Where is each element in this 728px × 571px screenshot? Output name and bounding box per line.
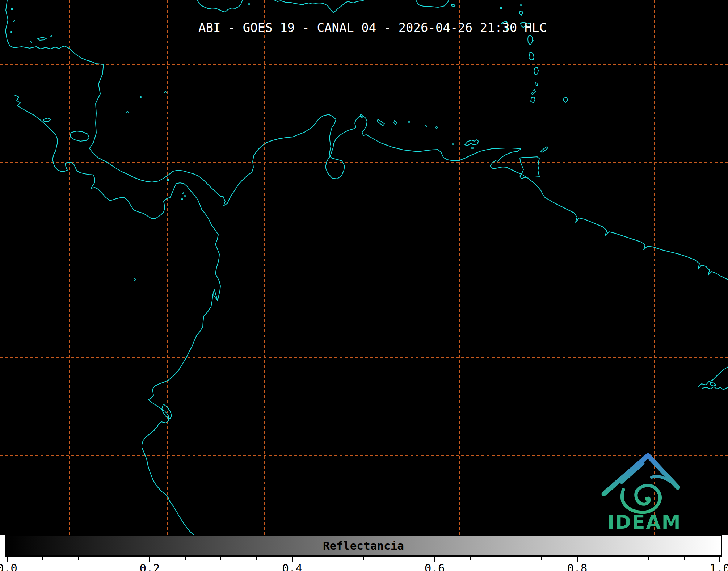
coastline: [43, 118, 51, 122]
colorbar-minor-tick: [506, 557, 506, 560]
islet: [408, 121, 410, 122]
ideam-logo: IDEAM: [594, 445, 695, 536]
logo-wordmark: IDEAM: [607, 511, 681, 533]
islet: [532, 93, 533, 94]
colorbar-tick-label: 0.4: [282, 562, 302, 571]
coastline: [274, 0, 364, 13]
colorbar-major-tick: [577, 557, 578, 562]
coastline: [528, 35, 533, 45]
colorbar-strip: Reflectancia 0.00.20.40.60.81.0: [0, 535, 728, 571]
coastline: [519, 11, 523, 15]
colorbar-minor-tick: [42, 557, 43, 560]
colorbar-minor-tick: [220, 557, 221, 560]
coastline: [14, 95, 220, 301]
coastline: [698, 367, 728, 387]
colorbar-minor-tick: [363, 557, 364, 560]
colorbar-minor-tick: [78, 557, 79, 560]
colorbar-label: Reflectancia: [6, 536, 721, 555]
colorbar-tick-label: 1.0: [710, 562, 728, 571]
coastline: [535, 83, 538, 86]
colorbar-major-tick: [149, 557, 150, 562]
colorbar-minor-tick: [541, 557, 542, 560]
coastline: [702, 387, 728, 390]
islet: [167, 179, 169, 181]
colorbar-minor-tick: [256, 557, 257, 560]
coastline: [534, 67, 538, 75]
colorbar-minor-tick: [470, 557, 471, 560]
islet: [521, 4, 522, 6]
coastline: [416, 0, 449, 7]
islet: [533, 89, 534, 91]
islet: [165, 92, 166, 93]
colorbar-minor-tick: [399, 557, 399, 560]
colorbar-minor-tick: [185, 557, 186, 560]
islet: [182, 192, 184, 193]
coastline: [563, 97, 568, 102]
colorbar-major-tick: [719, 557, 720, 562]
satellite-image-viewer: ABI - GOES 19 - CANAL 04 - 2026-04-26 21…: [0, 0, 728, 571]
coastline: [710, 382, 716, 386]
islet: [185, 195, 186, 197]
reflectance-colorbar: Reflectancia: [5, 535, 722, 557]
islet: [13, 20, 14, 21]
colorbar-minor-tick: [114, 557, 114, 560]
coastline: [394, 121, 397, 125]
islet: [533, 39, 534, 41]
islet: [472, 147, 473, 149]
islet: [50, 35, 51, 37]
islet: [181, 198, 183, 200]
coastline: [197, 0, 243, 12]
colorbar-major-tick: [7, 557, 8, 562]
coastline: [529, 52, 534, 60]
islet: [248, 4, 250, 5]
colorbar-tick-label: 0.8: [567, 562, 587, 571]
image-title: ABI - GOES 19 - CANAL 04 - 2026-04-26 21…: [198, 20, 547, 35]
islet: [134, 279, 135, 280]
coastline: [465, 140, 479, 146]
colorbar-tick-label: 0.0: [0, 562, 17, 571]
coastline: [377, 119, 384, 126]
coastline: [451, 4, 455, 7]
coastline: [541, 147, 548, 152]
colorbar-minor-tick: [684, 557, 685, 560]
islet: [127, 112, 128, 113]
colorbar-minor-tick: [328, 557, 328, 560]
colorbar-tick-label: 0.6: [425, 562, 445, 571]
islet: [500, 7, 502, 9]
coastline: [38, 37, 46, 40]
coastline: [142, 294, 218, 535]
islet: [11, 8, 13, 10]
coastline: [5, 0, 728, 280]
colorbar-major-tick: [434, 557, 435, 562]
satellite-map: ABI - GOES 19 - CANAL 04 - 2026-04-26 21…: [0, 0, 728, 535]
coastline: [162, 404, 172, 419]
islet: [453, 143, 454, 145]
islet: [10, 31, 12, 33]
islet: [436, 127, 437, 128]
small-islands: [10, 4, 535, 280]
colorbar-major-tick: [292, 557, 293, 562]
logo-hurricane-spiral-icon: [622, 486, 660, 512]
islet: [425, 126, 426, 127]
colorbar-minor-tick: [613, 557, 613, 560]
islet: [140, 96, 142, 98]
islet: [30, 42, 31, 43]
coastline: [531, 97, 535, 103]
coastline: [70, 131, 89, 141]
islet: [534, 91, 535, 92]
colorbar-minor-tick: [648, 557, 649, 560]
colorbar-tick-label: 0.2: [140, 562, 160, 571]
